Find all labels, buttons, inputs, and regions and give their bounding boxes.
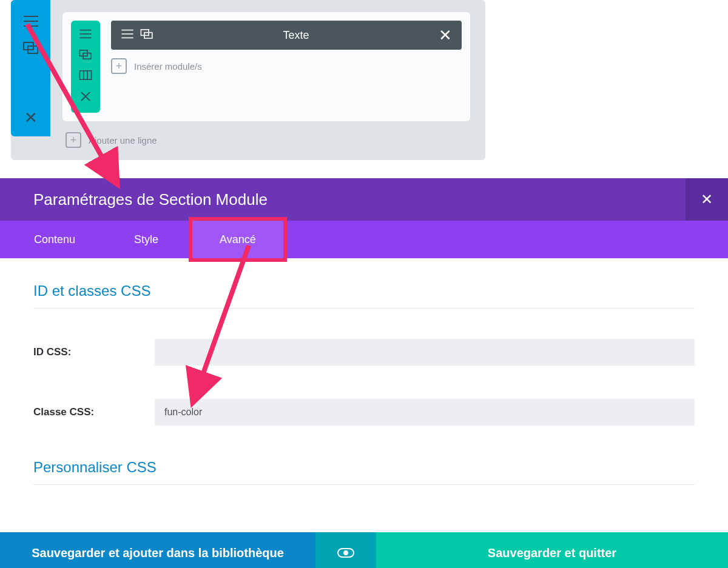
tab-style[interactable]: Style [118,221,174,258]
save-library-button[interactable]: Sauvegarder et ajouter dans la bibliothè… [0,532,315,568]
label-id-css: ID CSS: [33,346,155,358]
plus-icon: + [111,58,127,74]
modal-header: Paramétrages de Section Module ✕ [0,178,728,221]
svg-rect-10 [79,71,91,79]
section-settings-modal: Paramétrages de Section Module ✕ Contenu… [0,178,728,515]
modal-title: Paramétrages de Section Module [33,190,268,209]
add-line-button[interactable]: + Ajouter une ligne [66,132,470,148]
eye-icon [337,548,354,558]
hamburger-icon[interactable] [121,29,134,41]
tab-avance[interactable]: Avancé [192,221,283,258]
duplicate-icon[interactable] [140,29,153,41]
modal-close-button[interactable]: ✕ [686,178,728,221]
modal-footer: Sauvegarder et ajouter dans la bibliothè… [0,532,728,568]
section-heading-id-classes: ID et classes CSS [33,282,695,309]
close-icon[interactable]: ✕ [439,27,452,43]
columns-icon[interactable] [79,70,92,82]
row-toolbar [71,21,100,113]
close-icon[interactable]: ✕ [24,110,38,125]
preview-button[interactable] [315,532,376,568]
hamburger-icon[interactable] [23,15,39,30]
section-heading-custom-css: Personnaliser CSS [33,459,695,485]
module-title: Texte [162,29,430,42]
insert-module-label: Insérer module/s [134,61,202,72]
module-bar-texte[interactable]: Texte ✕ [111,21,462,50]
duplicate-icon[interactable] [79,50,92,62]
add-line-label: Ajouter une ligne [89,135,157,145]
input-id-css[interactable] [155,339,695,366]
modal-tabs: Contenu Style Avancé [0,221,728,258]
tab-contenu[interactable]: Contenu [18,221,91,258]
input-classe-css[interactable] [155,399,695,426]
section-toolbar: ✕ [11,0,50,136]
close-icon[interactable] [80,91,91,104]
row-block: Texte ✕ + Insérer module/s [62,12,470,121]
duplicate-icon[interactable] [23,42,39,56]
section-block: ✕ [11,0,485,160]
insert-module-button[interactable]: + Insérer module/s [111,58,462,74]
save-quit-button[interactable]: Sauvegarder et quitter [376,532,728,568]
label-classe-css: Classe CSS: [33,406,155,418]
hamburger-icon[interactable] [79,29,92,41]
plus-icon: + [66,132,81,148]
